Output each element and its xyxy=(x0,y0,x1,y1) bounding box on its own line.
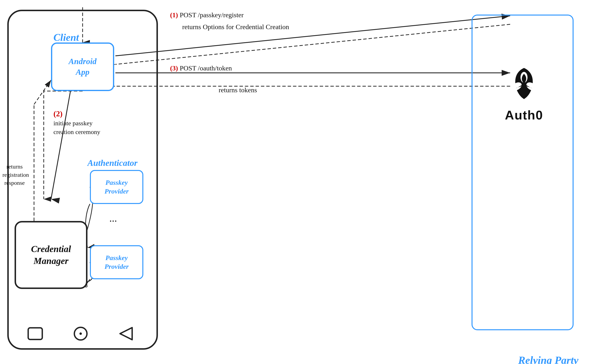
step1-label: (1) POST /passkey/register xyxy=(170,11,244,19)
svg-line-5 xyxy=(115,16,510,56)
back-nav-icon xyxy=(116,325,135,342)
step2-label: (2) xyxy=(53,109,62,118)
passkey-provider-box-2: PasskeyProvider xyxy=(90,245,143,279)
svg-rect-13 xyxy=(28,328,42,339)
phone-nav-icons xyxy=(12,325,148,342)
android-app-box: AndroidApp xyxy=(51,42,114,91)
client-label: Client xyxy=(53,32,79,43)
step3-label: (3) POST /oauth/token xyxy=(170,64,232,72)
credential-manager-text: CredentialManager xyxy=(31,243,71,267)
relying-party-label: Relying Party xyxy=(518,354,578,364)
returns-options-label: returns Options for Credential Creation xyxy=(182,23,289,31)
passkey-provider-text-1: PasskeyProvider xyxy=(104,178,129,196)
auth0-text: Auth0 xyxy=(505,108,543,122)
passkey-provider-text-2: PasskeyProvider xyxy=(104,254,129,271)
android-app-text: AndroidApp xyxy=(69,56,96,77)
svg-line-6 xyxy=(115,24,510,64)
passkey-provider-box-1: PasskeyProvider xyxy=(90,170,143,204)
authenticator-label: Authenticator xyxy=(87,158,138,168)
returns-reg-label: returnsregistrationresponse xyxy=(2,163,27,187)
dots-label: ... xyxy=(109,212,117,224)
svg-marker-16 xyxy=(120,328,132,340)
auth0-area: Auth0 xyxy=(505,64,543,122)
svg-point-15 xyxy=(79,332,82,335)
diagram-container: Client AndroidApp (1) POST /passkey/regi… xyxy=(0,0,593,364)
circle-nav-icon xyxy=(72,325,89,342)
credential-manager-box: CredentialManager xyxy=(15,221,87,289)
square-nav-icon xyxy=(26,326,45,342)
auth0-logo-icon xyxy=(505,64,543,103)
relying-party-box: Auth0 xyxy=(472,15,574,330)
returns-tokens-label: returns tokens xyxy=(219,86,257,94)
initiate-label: initiate passkeycreation ceremony xyxy=(53,119,100,137)
